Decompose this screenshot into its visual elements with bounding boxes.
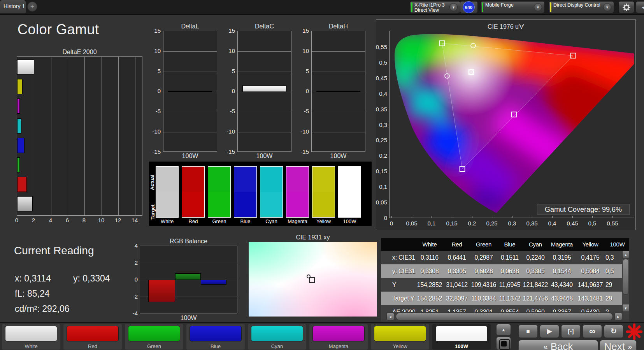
pattern-window-button[interactable] — [496, 337, 511, 350]
pattern-tile-cyan[interactable]: Cyan — [248, 324, 306, 350]
rgb-xlabel: 100W — [140, 315, 237, 322]
actual-row-label: Actual — [149, 167, 156, 198]
delta-ytick: -15 — [295, 148, 309, 155]
source-name: Mobile Forge — [485, 3, 514, 8]
swatch-label: Yellow — [311, 218, 337, 224]
source-dropdown[interactable]: Mobile Forge ▼ — [481, 1, 545, 13]
swatch-label: Green — [206, 218, 232, 224]
cie1931-measured-marker — [307, 274, 311, 278]
cie1976-ytick: 0,05 — [371, 199, 387, 206]
cie1976-ytick: 0,3 — [371, 121, 387, 128]
single-measure-button[interactable]: [-] — [561, 325, 581, 338]
pattern-tile-magenta[interactable]: Magenta — [309, 324, 368, 350]
cie1976-ytick: 0,15 — [371, 168, 387, 174]
row-label: Y — [391, 278, 417, 292]
swatch-actual — [156, 167, 178, 192]
deltae-bar-blue — [17, 138, 25, 153]
next-button[interactable]: Next » — [600, 340, 637, 350]
swatch-label: Magenta — [284, 218, 311, 224]
swatch-label: White — [154, 218, 180, 224]
back-button[interactable]: « Back — [518, 340, 598, 350]
window-up-button[interactable]: ▲ — [496, 324, 511, 336]
delta-gridline — [312, 51, 365, 52]
meter-dropdown[interactable]: X-Rite i1Pro 3Direct View ▼ — [410, 1, 460, 13]
column-header-magenta: Magenta — [549, 238, 575, 252]
vscroll-thumb[interactable] — [623, 259, 629, 295]
cie1976-xtick: 0,55 — [604, 220, 621, 227]
cie1976-xtickmark — [391, 216, 392, 218]
rgb-bar-blue — [201, 280, 226, 285]
rgb-ytick: -2 — [128, 293, 138, 300]
stop-button[interactable]: ■ — [518, 325, 538, 338]
swatch-target — [286, 192, 309, 217]
tab-history-1[interactable]: History 1 — [0, 0, 26, 13]
delta-xlabel: 100W — [163, 153, 217, 160]
pattern-swatch — [312, 326, 365, 341]
delta-gridline — [312, 92, 365, 92]
cie1931-panel — [249, 242, 377, 317]
chevron-down-icon[interactable]: ▼ — [603, 3, 611, 11]
delta-gridline — [238, 112, 291, 112]
chevron-left-icon: ◀ — [642, 4, 644, 10]
cie1976-xtickmark — [572, 216, 573, 218]
display-control-dropdown[interactable]: Direct Display Control ▼ — [549, 1, 614, 13]
rgb-bar-red — [148, 280, 175, 302]
pattern-tile-yellow[interactable]: Yellow — [371, 324, 429, 350]
cie1931-title: CIE 1931 xy — [249, 234, 377, 241]
cell-value: 0,1544 — [549, 264, 575, 278]
hscroll-thumb[interactable] — [396, 313, 613, 320]
collapse-panel-button[interactable]: ◀ — [636, 1, 644, 13]
pattern-tile-100w[interactable]: 100W — [432, 324, 491, 350]
settings-button[interactable] — [618, 1, 634, 13]
gamut-coverage-label: Gamut Coverage: — [545, 206, 600, 213]
refresh-button[interactable]: ↻ — [604, 325, 623, 338]
scroll-right-button[interactable]: ► — [614, 313, 622, 320]
rgb-balance-title: RGB Balance — [140, 238, 237, 245]
next-label: Next — [604, 341, 625, 350]
meter-badge-group[interactable]: 640 — [460, 1, 478, 13]
scroll-left-button[interactable]: ◄ — [386, 313, 394, 320]
cell-value: 141,9637 — [575, 278, 605, 292]
delta-gridline — [163, 51, 217, 52]
delta-ytick: 10 — [147, 47, 161, 54]
table-row-2: y: CIE310,33080,33050,60280,06380,33050,… — [381, 264, 629, 278]
play-button[interactable]: ▶ — [540, 325, 559, 338]
gamut-coverage-value: 99,6% — [602, 206, 622, 213]
swatch-green — [208, 167, 230, 217]
table-row-3: Y154,285231,0412109,431611,6945121,84224… — [381, 278, 629, 292]
pattern-swatch — [5, 326, 57, 341]
delta-gridline — [163, 72, 217, 72]
cell-value: 0,6441 — [444, 251, 470, 264]
cell-value: 0,0638 — [497, 264, 522, 278]
cie1976-xtick: 0,2 — [463, 220, 481, 227]
meter-name: X-Rite i1Pro 3Direct View — [414, 3, 445, 13]
gear-icon — [622, 3, 631, 12]
pattern-tile-blue[interactable]: Blue — [186, 324, 245, 350]
pattern-tile-green[interactable]: Green — [125, 324, 183, 350]
deltae-xtick: 8 — [78, 217, 90, 223]
chevron-down-icon[interactable]: ▼ — [449, 3, 458, 11]
table-vscrollbar[interactable]: ▲▼ — [622, 251, 629, 312]
scroll-down-button[interactable]: ▼ — [622, 304, 629, 312]
cie1976-ytick: 0,35 — [371, 106, 387, 113]
delta-ytick: 5 — [295, 68, 309, 74]
deltae-xtick: 4 — [45, 217, 56, 223]
new-tab-button[interactable]: + — [27, 2, 37, 12]
cell-value: 154,2852 — [416, 278, 444, 292]
table-row-4: Target Y154,285232,8097110,338411,137212… — [381, 292, 629, 305]
cie1976-ytick: 0,2 — [371, 152, 387, 159]
pattern-tile-red[interactable]: Red — [63, 324, 122, 350]
alert-asterisk-icon[interactable] — [626, 323, 643, 340]
swatch-label: Cyan — [258, 218, 284, 224]
scroll-up-button[interactable]: ▲ — [622, 251, 629, 259]
pattern-label: White — [2, 343, 60, 349]
delta-gridline — [163, 132, 217, 132]
column-header-100w: 100W — [605, 238, 629, 252]
continuous-measure-button[interactable]: ∞ — [583, 325, 602, 338]
pattern-tile-white[interactable]: White — [2, 324, 60, 350]
deltae-chart — [17, 56, 142, 216]
deltae-gridline — [51, 57, 51, 215]
table-hscrollbar[interactable]: ◄► — [386, 312, 624, 321]
cell-value: 0,1511 — [497, 251, 522, 264]
chevron-down-icon[interactable]: ▼ — [534, 3, 542, 11]
